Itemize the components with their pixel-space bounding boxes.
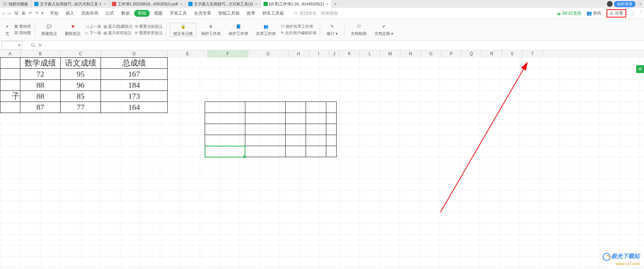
ribbon-share-book[interactable]: 👥共享工作簿 (253, 23, 278, 36)
column-headers[interactable]: ABCDEFGHIJKLMNOPQRST (0, 50, 644, 58)
menu-数据[interactable]: 数据 (118, 10, 133, 16)
tabbar-menu-icon[interactable]: ≡ (638, 2, 644, 6)
sync-status[interactable]: ☁ 08:42更新 (557, 10, 581, 16)
spreadsheet-grid[interactable]: ABCDEFGHIJKLMNOPQRST 子 数学成绩 语文成绩 总成绩 729… (0, 50, 644, 269)
col-header-Q[interactable]: Q (461, 50, 482, 57)
ribbon-doc-permission[interactable]: 🛡文档权限 (348, 23, 369, 36)
ribbon-doc-anchor[interactable]: ✔文档定稿 ▾ (372, 23, 396, 36)
menu-公式[interactable]: 公式 (103, 10, 117, 16)
share-button[interactable]: 分享 (607, 9, 626, 17)
qat-dropdown-icon[interactable]: ▾ (41, 11, 44, 16)
col-header-H[interactable]: H (288, 50, 309, 57)
close-icon[interactable]: × (326, 2, 328, 6)
document-tab[interactable]: 找稻壳模板 (0, 0, 31, 8)
new-tab-button[interactable]: + (332, 2, 339, 6)
table-row (205, 102, 337, 113)
ribbon-reset-all[interactable]: ⟳ 重置所有批注 (135, 30, 163, 36)
menu-会员专享[interactable]: 会员专享 (191, 10, 214, 16)
table-header: 语文成绩 (61, 58, 101, 69)
col-header-T[interactable]: T (522, 50, 543, 57)
formula-input[interactable] (45, 41, 644, 49)
command-search[interactable]: 查找命令、搜索模板 (294, 10, 338, 16)
table-row: 8885173 (20, 91, 168, 102)
ribbon-trad-to-simp[interactable]: 䌓 繁转简 (14, 23, 31, 30)
doc-icon (112, 2, 116, 6)
col-header-I[interactable]: I (309, 50, 329, 57)
ribbon-spellcheck[interactable]: ✔文 (2, 23, 12, 36)
document-tab[interactable]: 文字嵌入实用技巧...的方式和工具 1× (31, 0, 109, 8)
qat-save-icon[interactable]: 🖫 (14, 11, 19, 16)
menu-开发工具[interactable]: 开发工具 (167, 10, 190, 16)
qat-home-icon[interactable]: ⌂ (2, 11, 5, 16)
close-icon[interactable]: × (180, 2, 182, 6)
col-header-J[interactable]: J (329, 50, 339, 57)
ribbon-show-all-notes[interactable]: ▤ 显示所有批注 (103, 30, 133, 36)
col-header-B[interactable]: B (20, 50, 61, 57)
document-tab-bar: 找稻壳模板文字嵌入实用技巧...的方式和工具 1×工作簿1.20220818..… (0, 0, 644, 8)
avatar[interactable] (607, 1, 613, 7)
doc-icon (264, 2, 268, 6)
col-header-L[interactable]: L (360, 50, 380, 57)
doc-icon (34, 2, 39, 6)
search-icon[interactable] (31, 43, 36, 48)
ribbon-lock-cell[interactable]: 🔒锁定单元格 (170, 23, 196, 37)
col-header-M[interactable]: M (380, 50, 400, 57)
close-icon[interactable]: × (103, 2, 106, 6)
close-icon[interactable]: × (255, 2, 257, 6)
ribbon-reset-current[interactable]: ⟲ 重置当前批注 (135, 23, 163, 30)
ribbon-protect-share[interactable]: 🛡 保护共享工作簿 (281, 23, 316, 30)
col-header-F[interactable]: F (208, 50, 248, 57)
col-header-C[interactable]: C (61, 50, 101, 57)
table-row (205, 135, 337, 146)
document-tab[interactable]: 文字嵌入实用技巧...方式和工具(2)× (185, 0, 261, 8)
qat-redo-icon[interactable]: ↷ (35, 11, 39, 16)
table-row (205, 146, 337, 157)
col-header-R[interactable]: R (482, 50, 502, 57)
more-icon[interactable]: ⋮ (631, 11, 635, 16)
col-header-N[interactable]: N (400, 50, 421, 57)
login-pill[interactable]: 临时登录 (614, 1, 635, 7)
table-row: 8777164 (20, 102, 168, 113)
side-panel-tab[interactable]: 候 (636, 65, 644, 73)
menu-财务工具箱[interactable]: 财务工具箱 (260, 10, 287, 16)
document-tab[interactable]: [共享]工作簿1.20...81435325(1)× (261, 0, 332, 8)
col-header-P[interactable]: P (441, 50, 461, 57)
menu-效率[interactable]: 效率 (244, 10, 258, 16)
qat-open-icon[interactable]: ▭ (7, 11, 11, 16)
menu-开始[interactable]: 开始 (47, 10, 61, 16)
col-header-S[interactable]: S (502, 50, 522, 57)
menu-插入[interactable]: 插入 (63, 10, 77, 16)
name-box[interactable]: ▾ (1, 41, 22, 50)
ribbon-next-note[interactable]: ▷ 下一条 (86, 30, 101, 36)
collab-button[interactable]: 👥 协作 (587, 10, 602, 16)
ribbon-track-changes[interactable]: ✎修订 ▾ (324, 23, 341, 36)
col-header-D[interactable]: D (101, 50, 168, 57)
ribbon-protect-sheet[interactable]: 🗎保护工作表 (198, 23, 224, 36)
ribbon-prev-note[interactable]: ◁ 上一条 (86, 23, 101, 30)
share-icon (609, 11, 614, 15)
ribbon-allow-edit[interactable]: ✎ 允许用户编辑区域 (281, 30, 316, 36)
ribbon-protect-book[interactable]: 📘保护工作簿 (226, 23, 251, 36)
col-header-A[interactable]: A (0, 50, 20, 57)
col-header-E[interactable]: E (168, 50, 208, 57)
table-header: 总成绩 (101, 58, 168, 69)
ribbon-delete-note[interactable]: ✖删除批注 (62, 23, 83, 36)
svg-point-0 (295, 12, 297, 14)
ribbon-simp-to-trad[interactable]: 简 简转繁 (14, 30, 31, 36)
menu-视图[interactable]: 视图 (151, 10, 165, 16)
ribbon-new-note[interactable]: 💬新建批注 (39, 23, 60, 36)
qat-undo-icon[interactable]: ↶ (29, 11, 32, 16)
col-header-G[interactable]: G (248, 50, 288, 57)
fx-label[interactable]: fx (39, 43, 42, 48)
menu-智能工具箱[interactable]: 智能工具箱 (215, 10, 242, 16)
table-header: 数学成绩 (20, 58, 61, 69)
menu-页面布局[interactable]: 页面布局 (78, 10, 101, 16)
ribbon-toggle-note[interactable]: ▥ 显示/隐藏批注 (103, 23, 133, 30)
col-header-O[interactable]: O (421, 50, 441, 57)
collapse-ribbon-icon[interactable]: ˆ (640, 11, 642, 16)
menu-审阅[interactable]: 审阅 (134, 10, 150, 17)
watermark: 极光下载站 www.xz7.com (603, 253, 640, 266)
document-tab[interactable]: 工作簿1.20220818...435325(1).pdf× (109, 0, 185, 8)
col-header-K[interactable]: K (339, 50, 360, 57)
qat-print-icon[interactable]: 🖶 (21, 11, 26, 16)
